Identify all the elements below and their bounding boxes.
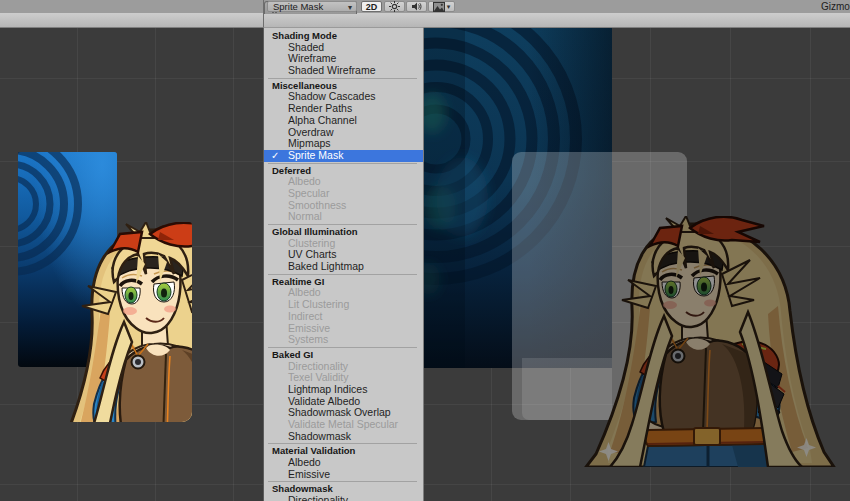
menu-item-label: Wireframe: [288, 52, 336, 64]
menu-separator: [268, 78, 417, 79]
scene-toolbar: [0, 13, 850, 28]
menu-item-directionality[interactable]: Directionality: [264, 495, 423, 501]
menu-item-label: Normal: [288, 210, 322, 222]
menu-item-label: Baked Lightmap: [288, 260, 364, 272]
menu-item-label: Mipmaps: [288, 137, 331, 149]
toggle-2d-button[interactable]: 2D: [361, 1, 382, 12]
gizmos-button[interactable]: Gizmos: [821, 1, 850, 13]
menu-separator: [268, 163, 417, 164]
character-sprite-preview[interactable]: [582, 216, 838, 467]
chevron-down-icon: ▾: [348, 3, 352, 12]
menu-item-label: Directionality: [288, 494, 348, 501]
menu-item-label: Albedo: [288, 286, 321, 298]
menu-item-label: Systems: [288, 333, 328, 345]
view-mode-menu: Shading ModeShadedWireframeShaded Wirefr…: [263, 27, 424, 501]
menu-item-label: Emissive: [288, 468, 330, 480]
sun-icon: [389, 1, 400, 12]
menu-item-label: Indirect: [288, 310, 322, 322]
menu-item-label: Albedo: [288, 175, 321, 187]
menu-item-label: Alpha Channel: [288, 114, 357, 126]
draw-mode-value: Sprite Mask: [273, 1, 323, 12]
menu-item-normal: Normal: [264, 211, 423, 223]
toggle-2d-label: 2D: [366, 2, 378, 12]
menu-item-systems: Systems: [264, 334, 423, 346]
menu-item-sprite-mask[interactable]: ✓Sprite Mask: [264, 150, 423, 162]
menu-separator: [268, 224, 417, 225]
checkmark-icon: ✓: [271, 150, 279, 162]
scene-effects-toggle[interactable]: ▾: [428, 1, 455, 12]
menu-item-label: UV Charts: [288, 248, 336, 260]
scene-viewport[interactable]: [0, 27, 850, 501]
grid-line: [0, 484, 850, 485]
menu-item-shaded-wireframe[interactable]: Shaded Wireframe: [264, 65, 423, 77]
menu-item-label: Validate Metal Specular: [288, 418, 398, 430]
menu-item-label: Shadow Cascades: [288, 90, 376, 102]
menu-separator: [268, 443, 417, 444]
menu-item-label: Overdraw: [288, 126, 334, 138]
grid-line: [233, 27, 234, 501]
menu-item-label: Sprite Mask: [288, 149, 343, 161]
menu-item-label: Shaded: [288, 41, 324, 53]
menu-item-shadowmask[interactable]: Shadowmask: [264, 431, 423, 443]
menu-item-label: Validate Albedo: [288, 395, 360, 407]
menu-item-label: Clustering: [288, 237, 335, 249]
speaker-icon: [411, 1, 422, 12]
menu-separator: [268, 274, 417, 275]
menu-item-baked-lightmap[interactable]: Baked Lightmap: [264, 261, 423, 273]
menu-item-label: Albedo: [288, 456, 321, 468]
chevron-down-icon: ▾: [447, 3, 451, 11]
menu-separator: [268, 481, 417, 482]
menu-item-label: Lightmap Indices: [288, 383, 367, 395]
menu-item-label: Emissive: [288, 322, 330, 334]
image-icon: [433, 2, 445, 12]
menu-item-label: Shadowmask: [288, 430, 351, 442]
menu-separator: [268, 347, 417, 348]
menu-item-label: Directionality: [288, 360, 348, 372]
character-sprite-masked[interactable]: [42, 222, 298, 473]
menu-item-label: Lit Clustering: [288, 298, 349, 310]
draw-mode-dropdown[interactable]: Sprite Mask ▾: [267, 1, 357, 12]
menu-item-label: Shadowmask Overlap: [288, 406, 391, 418]
menu-item-label: Texel Validity: [288, 371, 349, 383]
scene-lighting-toggle[interactable]: [384, 1, 405, 12]
scene-audio-toggle[interactable]: [406, 1, 427, 12]
menu-item-label: Render Paths: [288, 102, 352, 114]
menu-item-emissive[interactable]: Emissive: [264, 469, 423, 481]
menu-item-label: Smoothness: [288, 199, 346, 211]
menu-item-label: Shaded Wireframe: [288, 64, 376, 76]
menu-item-label: Specular: [288, 187, 329, 199]
